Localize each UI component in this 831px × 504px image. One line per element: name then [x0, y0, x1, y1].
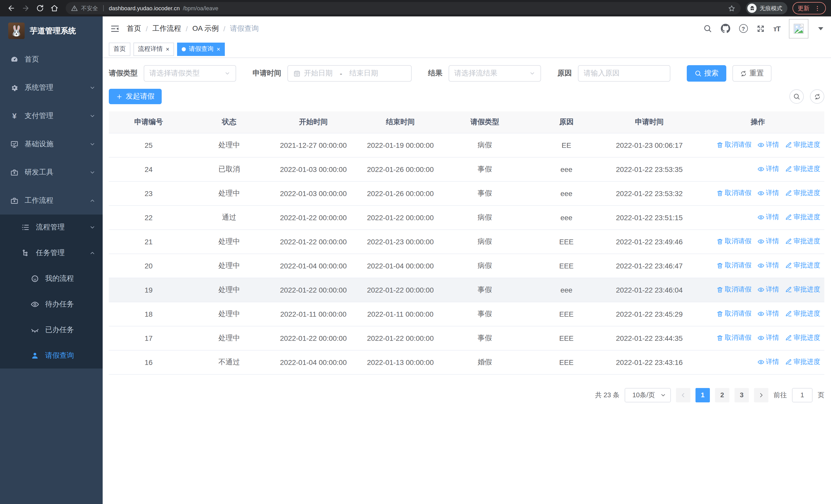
- action-detail[interactable]: 详情: [757, 237, 779, 246]
- action-detail[interactable]: 详情: [757, 188, 779, 198]
- sidebar-item-请假查询[interactable]: 请假查询: [0, 343, 103, 368]
- tab-close-icon[interactable]: ×: [217, 46, 220, 52]
- action-label: 审批进度: [794, 188, 820, 198]
- cell-end-time: 2022-01-19 00:00:00: [357, 133, 444, 157]
- action-progress[interactable]: 审批进度: [785, 237, 820, 246]
- goto-page-input[interactable]: 1: [792, 388, 812, 402]
- sidebar-item-待办任务[interactable]: 待办任务: [0, 292, 103, 317]
- sidebar-item-流程管理[interactable]: 流程管理: [0, 214, 103, 240]
- cell-start-time: 2022-01-22 00:00:00: [270, 278, 357, 302]
- sidebar-item-首页[interactable]: 首页: [0, 45, 103, 73]
- sidebar-item-系统管理[interactable]: 系统管理: [0, 73, 103, 101]
- browser-home-button[interactable]: [48, 2, 61, 14]
- bookmark-star-icon[interactable]: [728, 4, 736, 12]
- url-path: /bpm/oa/leave: [183, 5, 218, 11]
- action-cancel-leave[interactable]: 取消请假: [717, 285, 751, 294]
- sidebar-item-基础设施[interactable]: 基础设施: [0, 130, 103, 158]
- sidebar-item-工作流程[interactable]: 工作流程: [0, 186, 103, 214]
- fullscreen-icon[interactable]: [756, 24, 765, 33]
- sidebar-item-已办任务[interactable]: 已办任务: [0, 317, 103, 343]
- browser-forward-button[interactable]: [20, 2, 32, 14]
- sidebar-item-研发工具[interactable]: 研发工具: [0, 158, 103, 186]
- navbar-actions: ? ᴛT: [703, 19, 823, 38]
- action-cancel-leave[interactable]: 取消请假: [717, 309, 751, 319]
- browser-reload-button[interactable]: [34, 2, 46, 14]
- action-detail[interactable]: 详情: [757, 140, 779, 150]
- pen-icon: [785, 238, 792, 245]
- font-size-icon[interactable]: ᴛT: [773, 24, 780, 33]
- create-leave-button[interactable]: 发起请假: [109, 89, 162, 104]
- chevron-down-icon[interactable]: [818, 27, 823, 30]
- action-label: 取消请假: [725, 237, 751, 246]
- page-button-2[interactable]: 2: [715, 388, 729, 402]
- sidebar-item-任务管理[interactable]: 任务管理: [0, 240, 103, 266]
- page-size-select[interactable]: 10条/页: [625, 388, 671, 402]
- action-detail[interactable]: 详情: [757, 261, 779, 270]
- breadcrumb-item-首页[interactable]: 首页: [127, 24, 141, 33]
- reset-button[interactable]: 重置: [733, 65, 771, 82]
- action-progress[interactable]: 审批进度: [785, 357, 820, 367]
- toggle-search-button[interactable]: [790, 89, 804, 104]
- action-detail[interactable]: 详情: [757, 333, 779, 343]
- cell-id: 23: [109, 181, 189, 205]
- search-icon[interactable]: [703, 24, 712, 33]
- action-label: 详情: [766, 309, 779, 319]
- action-cancel-leave[interactable]: 取消请假: [717, 237, 751, 246]
- help-icon[interactable]: ?: [739, 24, 748, 33]
- reason-input[interactable]: 请输入原因: [578, 65, 670, 82]
- action-detail[interactable]: 详情: [757, 165, 779, 174]
- breadcrumb-item-工作流程[interactable]: 工作流程: [152, 24, 181, 33]
- action-progress[interactable]: 审批进度: [785, 213, 820, 222]
- refresh-table-button[interactable]: [810, 89, 824, 104]
- refresh-icon: [814, 93, 821, 100]
- action-progress[interactable]: 审批进度: [785, 165, 820, 174]
- action-cancel-leave[interactable]: 取消请假: [717, 188, 751, 198]
- next-page-button[interactable]: [754, 388, 768, 402]
- chevron-down-icon: [89, 169, 95, 175]
- action-detail[interactable]: 详情: [757, 357, 779, 367]
- leave-type-select[interactable]: 请选择请假类型: [144, 65, 236, 82]
- browser-menu-icon[interactable]: [814, 5, 821, 11]
- action-progress[interactable]: 审批进度: [785, 188, 820, 198]
- browser-back-button[interactable]: [5, 2, 18, 14]
- tab-流程详情[interactable]: 流程详情×: [134, 42, 174, 56]
- browser-toolbar: 不安全 dashboard.yudao.iocoder.cn/bpm/oa/le…: [0, 0, 831, 17]
- browser-update-chip[interactable]: 更新: [793, 2, 826, 14]
- sidebar-item-label: 请假查询: [45, 351, 74, 360]
- action-cancel-leave[interactable]: 取消请假: [717, 333, 751, 343]
- action-progress[interactable]: 审批进度: [785, 140, 820, 150]
- gear-icon: [10, 83, 19, 92]
- cell-leave-type: 病假: [444, 230, 525, 254]
- page-button-1[interactable]: 1: [695, 388, 710, 402]
- action-cancel-leave[interactable]: 取消请假: [717, 261, 751, 270]
- tab-请假查询[interactable]: 请假查询×: [177, 42, 225, 56]
- apply-time-range-picker[interactable]: 开始日期 - 结束日期: [287, 65, 412, 82]
- action-detail[interactable]: 详情: [757, 213, 779, 222]
- action-progress[interactable]: 审批进度: [785, 261, 820, 270]
- action-progress[interactable]: 审批进度: [785, 309, 820, 319]
- action-detail[interactable]: 详情: [757, 285, 779, 294]
- action-progress[interactable]: 审批进度: [785, 285, 820, 294]
- cell-start-time: 2022-01-03 00:00:00: [270, 157, 357, 181]
- sidebar-item-我的流程[interactable]: 我的流程: [0, 266, 103, 292]
- breadcrumb-item-OA 示例[interactable]: OA 示例: [193, 24, 219, 33]
- search-button-label: 搜索: [704, 69, 719, 78]
- address-bar[interactable]: 不安全 dashboard.yudao.iocoder.cn/bpm/oa/le…: [66, 2, 741, 14]
- tab-close-icon[interactable]: ×: [166, 46, 169, 52]
- table-row: 16不通过2022-01-04 00:00:002022-01-13 00:00…: [109, 350, 824, 374]
- tab-首页[interactable]: 首页: [109, 42, 131, 56]
- submenu-工作流程: 流程管理任务管理我的流程待办任务已办任务请假查询: [0, 214, 103, 368]
- sidebar-collapse-button[interactable]: [110, 24, 120, 33]
- search-button[interactable]: 搜索: [687, 65, 726, 82]
- action-detail[interactable]: 详情: [757, 309, 779, 319]
- sidebar-item-支付管理[interactable]: ¥支付管理: [0, 101, 103, 130]
- column-header-原因: 原因: [525, 111, 607, 133]
- avatar[interactable]: [789, 19, 808, 38]
- github-icon[interactable]: [720, 24, 730, 33]
- action-cancel-leave[interactable]: 取消请假: [717, 140, 751, 150]
- result-select[interactable]: 请选择流结果: [449, 65, 541, 82]
- page-button-3[interactable]: 3: [735, 388, 749, 402]
- prev-page-button[interactable]: [676, 388, 690, 402]
- cell-leave-type: 事假: [444, 326, 525, 350]
- action-progress[interactable]: 审批进度: [785, 333, 820, 343]
